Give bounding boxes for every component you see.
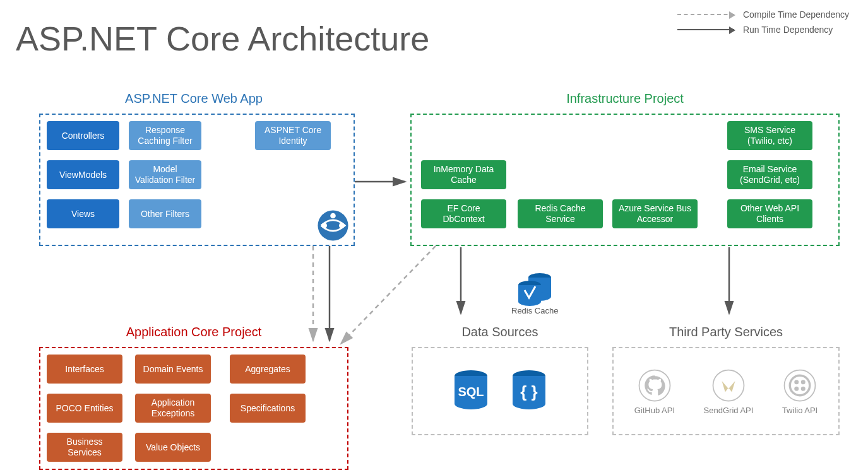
legend-compile-label: Compile Time Dependency — [743, 9, 849, 20]
sendgrid-label: SendGrid API — [704, 406, 754, 415]
legend-runtime-label: Run Time Dependency — [743, 25, 833, 35]
svg-point-18 — [639, 370, 670, 401]
legend-runtime-row: Run Time Dependency — [677, 25, 849, 35]
card-inmemory: InMemory Data Cache — [421, 160, 506, 189]
card-specifications: Specifications — [230, 394, 306, 423]
card-response-caching: Response Caching Filter — [129, 121, 201, 150]
webapp-title: ASP.NET Core Web App — [39, 91, 348, 106]
github-icon — [637, 368, 672, 403]
twilio-icon — [782, 368, 817, 403]
webapp-box: Controllers ViewModels Views Response Ca… — [39, 114, 355, 246]
card-identity: ASPNET Core Identity — [255, 121, 331, 150]
data-sources-box: SQL { } — [412, 347, 588, 435]
legend: Compile Time Dependency Run Time Depende… — [677, 9, 849, 40]
infra-title: Infrastructure Project — [410, 91, 840, 106]
card-email: Email Service (SendGrid, etc) — [727, 160, 812, 189]
arrow-infra-to-thirdparty — [723, 247, 735, 320]
sql-database-icon: SQL — [448, 368, 494, 414]
arrow-solid-icon — [677, 29, 734, 30]
card-efcore: EF Core DbContext — [421, 199, 506, 228]
arrow-webapp-to-infra — [355, 175, 412, 188]
card-otherapi: Other Web API Clients — [727, 199, 812, 228]
svg-point-1 — [321, 223, 327, 228]
redis-cache-label: Redis Cache — [511, 306, 558, 315]
card-business: Business Services — [47, 433, 122, 462]
card-azurebus: Azure Service Bus Accessor — [612, 199, 698, 228]
card-aggregates: Aggregates — [230, 355, 306, 384]
infra-box: InMemory Data Cache EF Core DbContext Re… — [410, 114, 840, 246]
core-title: Application Core Project — [39, 325, 348, 339]
card-viewmodels: ViewModels — [47, 160, 119, 189]
core-box: Interfaces POCO Entities Business Servic… — [39, 347, 348, 470]
github-label: GitHub API — [634, 406, 675, 415]
sendgrid-api-service: SendGrid API — [704, 368, 754, 415]
third-party-box: GitHub API SendGrid API Twilio API — [612, 347, 840, 435]
card-views: Views — [47, 199, 119, 228]
card-domain-events: Domain Events — [135, 355, 211, 384]
third-party-title: Third Party Services — [612, 325, 840, 339]
svg-point-25 — [801, 386, 806, 390]
svg-point-23 — [801, 380, 806, 384]
redis-cache-icon: Redis Cache — [511, 271, 558, 315]
svg-point-22 — [794, 380, 799, 384]
page-title: ASP.NET Core Architecture — [16, 19, 429, 58]
svg-point-3 — [330, 213, 336, 219]
twilio-api-service: Twilio API — [782, 368, 817, 415]
documentdb-database-icon: { } — [506, 368, 552, 414]
card-model-validation: Model Validation Filter — [129, 160, 201, 189]
svg-point-2 — [339, 223, 345, 228]
svg-point-12 — [455, 398, 487, 409]
sendgrid-icon — [711, 368, 746, 403]
svg-text:{ }: { } — [520, 382, 537, 401]
card-value-objects: Value Objects — [135, 433, 211, 462]
arrow-dashed-icon — [677, 14, 734, 15]
legend-compile-row: Compile Time Dependency — [677, 9, 849, 20]
card-poco: POCO Entities — [47, 394, 122, 423]
arrow-infra-to-datasources — [455, 247, 467, 320]
card-sms: SMS Service (Twilio, etc) — [727, 121, 812, 150]
card-controllers: Controllers — [47, 121, 119, 150]
app-service-icon — [316, 208, 350, 243]
svg-point-21 — [790, 375, 810, 396]
card-other-filters: Other Filters — [129, 199, 201, 228]
card-redis: Redis Cache Service — [518, 199, 603, 228]
github-api-service: GitHub API — [634, 368, 675, 415]
card-app-exceptions: Application Exceptions — [135, 394, 211, 423]
card-interfaces: Interfaces — [47, 355, 122, 384]
svg-point-24 — [794, 386, 799, 390]
twilio-label: Twilio API — [782, 406, 817, 415]
svg-point-19 — [713, 370, 744, 401]
svg-text:SQL: SQL — [458, 385, 484, 399]
data-sources-title: Data Sources — [412, 325, 588, 339]
